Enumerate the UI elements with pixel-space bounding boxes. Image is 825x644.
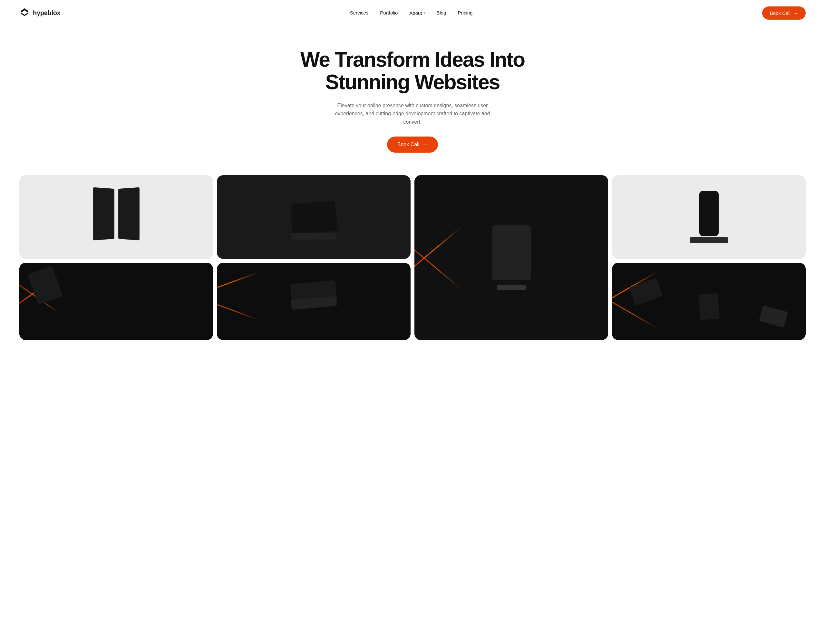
card2-inner <box>217 175 411 259</box>
hero-title-line1: We Transform Ideas Into <box>300 48 525 71</box>
navbar: hypeblox Services Portfolio About ▾ Blog… <box>0 0 825 26</box>
hero-title-line2: Stunning Websites <box>326 71 500 94</box>
nav-item-portfolio: Portfolio <box>380 10 398 16</box>
nav-item-about: About ▾ <box>409 10 425 16</box>
nav-link-blog[interactable]: Blog <box>437 10 446 15</box>
card2-device <box>291 201 337 233</box>
hero-book-call-label: Book Call <box>397 142 419 148</box>
card8-shape-3 <box>698 293 720 320</box>
brand-name: hypeblox <box>33 9 60 17</box>
gallery-item-3 <box>414 175 608 340</box>
nav-book-call-button[interactable]: Book Call → <box>762 6 806 20</box>
gallery-item-1 <box>19 175 213 259</box>
card3-screen <box>492 225 531 280</box>
card2-keyboard <box>291 233 337 240</box>
gallery-item-4 <box>612 175 806 259</box>
card6-inner <box>217 263 411 340</box>
card4-surface <box>690 237 728 243</box>
card1-panel-right <box>118 187 139 240</box>
nav-arrow-icon: → <box>793 10 798 16</box>
card8-inner <box>612 263 806 340</box>
nav-link-services[interactable]: Services <box>350 10 369 15</box>
card6-streak-1 <box>217 271 260 301</box>
card2-laptop-screen <box>291 200 338 234</box>
chevron-down-icon: ▾ <box>423 11 425 15</box>
card3-monitor-wrap <box>489 225 534 290</box>
card8-shape-2 <box>759 305 788 328</box>
hero-book-call-button[interactable]: Book Call → <box>387 137 438 153</box>
card4-phone <box>699 191 718 236</box>
card3-base <box>497 285 526 290</box>
card5-inner <box>19 263 213 340</box>
nav-link-about[interactable]: About ▾ <box>409 10 425 16</box>
nav-book-call-label: Book Call <box>770 10 791 16</box>
card6-streak-2 <box>217 291 260 320</box>
logo-icon <box>19 8 29 18</box>
gallery-item-8 <box>612 263 806 340</box>
gallery-item-2 <box>217 175 411 259</box>
nav-link-portfolio[interactable]: Portfolio <box>380 10 398 15</box>
hero-arrow-icon: → <box>422 142 428 148</box>
card3-streak-1 <box>414 226 462 289</box>
nav-item-blog: Blog <box>437 10 446 16</box>
card3-inner <box>414 175 608 340</box>
card1-inner <box>19 175 213 259</box>
card1-panels <box>93 188 140 246</box>
nav-item-pricing: Pricing <box>458 10 473 16</box>
logo-link[interactable]: hypeblox <box>19 8 60 18</box>
hero-title: We Transform Ideas Into Stunning Website… <box>6 48 819 94</box>
card1-panel-left <box>93 187 114 240</box>
nav-link-pricing[interactable]: Pricing <box>458 10 473 15</box>
card8-shape-1 <box>629 277 663 305</box>
gallery-item-5 <box>19 263 213 340</box>
card4-inner <box>612 175 806 259</box>
card3-streak-2 <box>414 226 462 289</box>
gallery-section <box>0 169 825 359</box>
nav-links: Services Portfolio About ▾ Blog Pricing <box>350 10 473 16</box>
hero-subtitle: Elevate your online presence with custom… <box>329 102 496 126</box>
card4-device <box>690 191 728 243</box>
gallery-item-6 <box>217 263 411 340</box>
hero-section: We Transform Ideas Into Stunning Website… <box>0 26 825 169</box>
card5-device <box>28 266 63 305</box>
nav-item-services: Services <box>350 10 369 16</box>
